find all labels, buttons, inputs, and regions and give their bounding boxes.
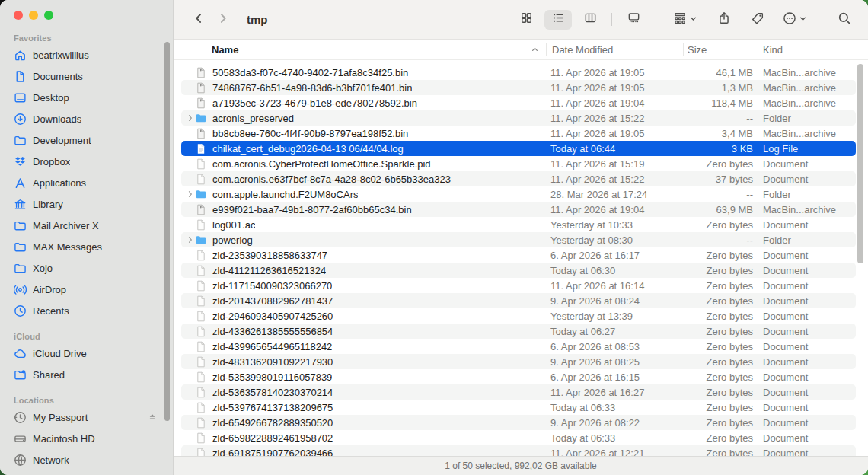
file-size: Zero bytes	[683, 402, 753, 413]
column-header-date-modified[interactable]: Date Modified	[552, 44, 613, 56]
sidebar-item-development[interactable]: Development	[6, 129, 165, 151]
close-button[interactable]	[14, 11, 23, 20]
sidebar-scrollbar[interactable]	[164, 42, 170, 421]
disclosure-chevron-icon[interactable]	[187, 190, 195, 198]
file-row[interactable]: 74868767-6b51-4a98-83d6-b3bf701fe401.bin…	[181, 80, 856, 95]
back-button[interactable]	[192, 11, 206, 27]
file-name-cell: zld-4336261385555556854	[181, 326, 550, 337]
file-name: chilkat_cert_debug2026-04-13 06/44/04.lo…	[212, 143, 404, 155]
zoom-button[interactable]	[44, 11, 53, 20]
file-row[interactable]: zld-53539980191160578396. Apr 2026 at 16…	[181, 369, 856, 384]
file-date-modified: 11. Apr 2026 at 16:27	[550, 387, 683, 398]
file-date-modified: 11. Apr 2026 at 19:05	[550, 82, 683, 94]
file-row[interactable]: 50583da3-f07c-4740-9402-71afa8c34f25.bin…	[181, 65, 856, 80]
sidebar-item-macintosh-hd[interactable]: Macintosh HD	[6, 428, 165, 449]
file-name: log001.ac	[212, 219, 255, 231]
more-button[interactable]	[783, 11, 807, 27]
file-row[interactable]: a71935ec-3723-4679-b1e8-ede780278592.bin…	[181, 95, 856, 110]
file-date-modified: Yesterday at 10:33	[550, 219, 683, 231]
sidebar-item-documents[interactable]: Documents	[6, 65, 165, 87]
file-icon	[196, 448, 207, 457]
sidebar-item-my-passport[interactable]: My Passport	[6, 406, 165, 428]
sidebar-item-label: Mail Archiver X	[33, 220, 99, 231]
sidebar: FavoritesbeatrixwilliusDocumentsDesktopD…	[0, 0, 174, 475]
file-size: Zero bytes	[683, 295, 753, 307]
file-name-cell: zld-4831362091092217930	[181, 356, 550, 368]
column-header-kind[interactable]: Kind	[763, 44, 783, 56]
file-row[interactable]: zld-6598228892461958702Today at 06:33Zer…	[181, 430, 856, 445]
group-button[interactable]	[673, 11, 697, 27]
icon-view-button[interactable]	[512, 10, 540, 30]
file-row[interactable]: zld-2353903188586337476. Apr 2026 at 16:…	[181, 247, 856, 263]
folder-icon	[196, 189, 207, 200]
column-header-name[interactable]: Name	[212, 44, 238, 56]
column-divider[interactable]	[758, 43, 758, 56]
sidebar-item-dropbox[interactable]: Dropbox	[6, 151, 165, 172]
column-headers: Name Date Modified Size Kind	[174, 40, 868, 60]
file-name-cell: chilkat_cert_debug2026-04-13 06/44/04.lo…	[181, 143, 550, 155]
share-button[interactable]	[717, 11, 731, 27]
sidebar-item-beatrixwillius[interactable]: beatrixwillius	[6, 44, 165, 65]
sidebar-section: LocationsMy PassportMacintosh HDNetwork	[0, 396, 173, 470]
file-row[interactable]: zld-536357814023037021411. Apr 2026 at 1…	[181, 384, 856, 400]
file-size: --	[683, 113, 753, 124]
tags-button[interactable]	[751, 11, 764, 27]
file-row[interactable]: zld-48313620910922179309. Apr 2026 at 08…	[181, 354, 856, 369]
list-view-button[interactable]	[544, 10, 572, 30]
file-row[interactable]: bb8cb8ee-760c-4f4f-90b9-8797ea198f52.bin…	[181, 126, 856, 141]
column-divider[interactable]	[546, 43, 547, 56]
sidebar-item-max-messages[interactable]: MAX Messages	[6, 236, 165, 257]
file-icon	[196, 280, 207, 292]
folder-icon	[12, 241, 27, 253]
column-divider[interactable]	[683, 43, 684, 56]
minimize-button[interactable]	[29, 11, 38, 20]
sidebar-item-xojo[interactable]: Xojo	[6, 257, 165, 279]
file-name: zld-5397674137138209675	[212, 402, 333, 413]
file-kind: Folder	[753, 234, 856, 246]
file-row[interactable]: zld-411211263616521324Today at 06:30Zero…	[181, 263, 856, 278]
file-name-cell: zld-6918751907762039466	[181, 448, 550, 457]
sidebar-item-recents[interactable]: Recents	[6, 300, 165, 321]
file-row[interactable]: zld-5397674137138209675Today at 06:33Zer…	[181, 400, 856, 415]
file-row[interactable]: log001.acYesterday at 10:33Zero bytesDoc…	[181, 217, 856, 232]
file-row[interactable]: chilkat_cert_debug2026-04-13 06/44/04.lo…	[181, 141, 856, 156]
file-row[interactable]: acronis_preserved11. Apr 2026 at 15:22--…	[181, 110, 856, 126]
file-row[interactable]: com.acronis.CyberProtectHomeOffice.Spark…	[181, 156, 856, 171]
sidebar-item-airdrop[interactable]: AirDrop	[6, 279, 165, 300]
sidebar-item-applications[interactable]: Applications	[6, 172, 165, 193]
file-row[interactable]: zld-65492667828893505209. Apr 2026 at 08…	[181, 415, 856, 430]
file-date-modified: 6. Apr 2026 at 16:17	[550, 250, 683, 261]
sidebar-item-library[interactable]: Library	[6, 193, 165, 215]
list-scrollbar[interactable]	[857, 64, 863, 263]
file-row[interactable]: zld-4336261385555556854Today at 06:27Zer…	[181, 324, 856, 339]
sidebar-item-shared[interactable]: Shared	[6, 364, 165, 385]
forward-button[interactable]	[216, 11, 230, 27]
sidebar-item-desktop[interactable]: Desktop	[6, 87, 165, 108]
tag-icon	[751, 11, 764, 27]
disclosure-chevron-icon[interactable]	[187, 114, 195, 122]
file-kind: MacBin...archive	[753, 204, 856, 215]
eject-icon[interactable]	[147, 412, 158, 422]
file-row[interactable]: powerlogYesterday at 08:30--Folder	[181, 232, 856, 247]
sidebar-item-icloud-drive[interactable]: iCloud Drive	[6, 343, 165, 364]
gallery-view-button[interactable]	[620, 10, 647, 30]
file-name: zld-6549266782889350520	[212, 417, 333, 429]
disclosure-chevron-icon[interactable]	[187, 236, 195, 244]
file-row[interactable]: com.apple.launchd.F2UM8oCArs28. Mar 2026…	[181, 186, 856, 202]
file-row[interactable]: zld-2946093405907425260Yesterday at 13:3…	[181, 308, 856, 324]
sidebar-section-label: Locations	[14, 396, 173, 405]
grid-icon	[520, 11, 533, 27]
column-header-size[interactable]: Size	[688, 44, 707, 56]
sidebar-item-downloads[interactable]: Downloads	[6, 108, 165, 129]
file-row[interactable]: zld-691875190776203946611. Apr 2026 at 1…	[181, 445, 856, 456]
file-row[interactable]: e939f021-baa7-49b1-8077-2af60bb65c34.bin…	[181, 202, 856, 217]
file-row[interactable]: zld-43996565449651182426. Apr 2026 at 08…	[181, 339, 856, 354]
share-icon	[717, 11, 731, 27]
file-row[interactable]: com.acronis.e63f7bcf-8c7a-4a28-8c02-6b65…	[181, 171, 856, 186]
search-button[interactable]	[838, 11, 851, 27]
sidebar-item-mail-archiver-x[interactable]: Mail Archiver X	[6, 215, 165, 236]
file-row[interactable]: zld-117154009032306627011. Apr 2026 at 1…	[181, 278, 856, 293]
sidebar-item-network[interactable]: Network	[6, 449, 165, 470]
file-row[interactable]: zld-20143708829627814379. Apr 2026 at 08…	[181, 293, 856, 308]
column-view-button[interactable]	[576, 10, 604, 30]
